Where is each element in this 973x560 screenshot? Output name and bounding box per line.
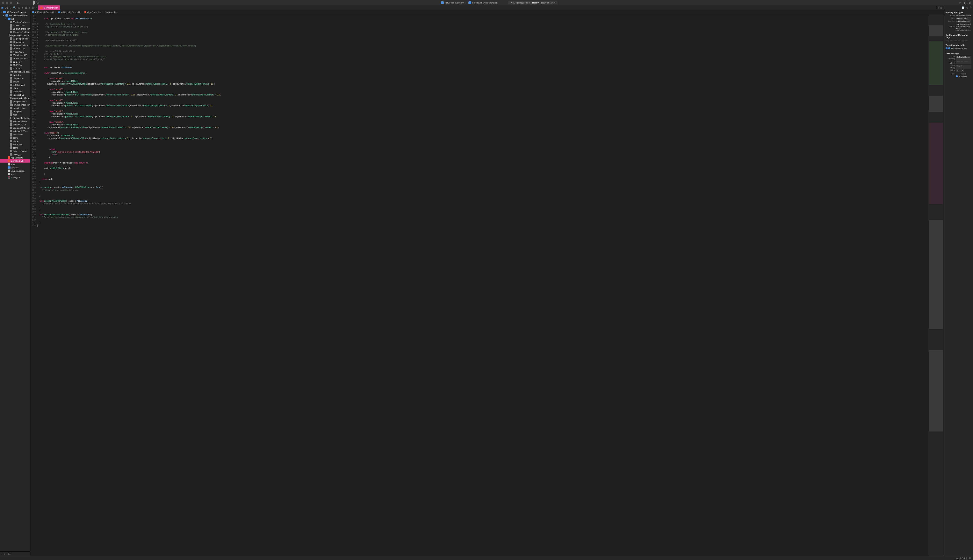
tree-item[interactable]: 12-27-14 bbox=[0, 63, 30, 67]
tree-item[interactable]: 12-27-14 bbox=[0, 60, 30, 63]
tree-item[interactable]: pompitest bbox=[0, 110, 30, 113]
tree-item[interactable]: start5 bbox=[0, 146, 30, 149]
tree-item[interactable]: pompier-final3-con bbox=[0, 97, 30, 100]
stop-button[interactable]: □ bbox=[36, 1, 39, 4]
swift-icon bbox=[8, 160, 10, 162]
tree-item-label: pompitest bbox=[13, 110, 22, 113]
tree-item[interactable]: ▾ARCodableScenekit bbox=[0, 10, 30, 14]
statusbar-icon[interactable]: ▤ bbox=[969, 557, 971, 559]
tree-item[interactable]: 4-quai4con bbox=[0, 50, 30, 53]
tree-item[interactable]: 05-saintpaul80 bbox=[0, 53, 30, 57]
tree-item[interactable]: chapel-con bbox=[0, 77, 30, 80]
tree-item[interactable]: ▾ARCodableScenekit bbox=[0, 14, 30, 17]
tree-item[interactable]: Main bbox=[0, 163, 30, 166]
indent-width-stepper[interactable]: 4 bbox=[960, 69, 964, 72]
tree-item[interactable]: pompier-final3 bbox=[0, 100, 30, 103]
library-button[interactable]: ◨ bbox=[963, 1, 966, 4]
add-file-icon[interactable]: + bbox=[1, 553, 2, 555]
code-editor[interactable]: 9798991001011021031041051061071081091101… bbox=[30, 14, 944, 556]
help-inspector-icon[interactable]: ? bbox=[970, 7, 971, 9]
tree-item[interactable]: saintpaul100x-con bbox=[0, 126, 30, 130]
tree-item[interactable]: 03-pompier-final-con bbox=[0, 33, 30, 37]
statusbar: Line: 1 Col: 1 ▤ bbox=[0, 556, 973, 560]
tree-item[interactable]: 04-quai-final-con bbox=[0, 43, 30, 47]
filter-input[interactable] bbox=[7, 553, 33, 555]
tree-item[interactable]: Info bbox=[0, 172, 30, 176]
tree-item[interactable]: tower_xy copy bbox=[0, 149, 30, 153]
tree-item[interactable]: start-final2 bbox=[0, 133, 30, 136]
tree-item[interactable]: start4 bbox=[0, 139, 30, 143]
source-control-icon[interactable]: ⎇ bbox=[5, 6, 8, 9]
tree-item[interactable]: infokiosk-v2 bbox=[0, 93, 30, 97]
add-button[interactable]: + bbox=[959, 1, 961, 5]
zoom-window[interactable] bbox=[10, 2, 12, 4]
scheme-selector[interactable]: ARCodableScenekit 〉 iPod touch (7th gene… bbox=[41, 1, 957, 5]
tree-item[interactable]: 12-53-51 bbox=[0, 67, 30, 70]
minimap[interactable] bbox=[928, 14, 944, 556]
project-tree[interactable]: ▾ARCodableScenekit▾ARCodableScenekit▾art… bbox=[0, 10, 30, 552]
tree-item[interactable]: clovis-final bbox=[0, 90, 30, 93]
target-checkbox[interactable] bbox=[946, 47, 948, 49]
tab-width-stepper[interactable]: 4 bbox=[956, 69, 960, 72]
tree-item[interactable]: speakjson bbox=[0, 176, 30, 179]
test-navigator-icon[interactable]: ◈ bbox=[22, 6, 23, 9]
tree-item[interactable]: 02-clovis-final-con bbox=[0, 30, 30, 33]
tree-item[interactable]: ci-09 bbox=[0, 87, 30, 90]
tree-item[interactable]: 01-start-final2-con bbox=[0, 27, 30, 30]
tree-item[interactable]: 03-pompier-final bbox=[0, 37, 30, 40]
code-content[interactable]: if let objectAnchor = anchor as? ARObjec… bbox=[37, 14, 928, 556]
close-window[interactable] bbox=[2, 2, 4, 4]
tree-item[interactable]: saintpaul-lasto bbox=[0, 120, 30, 123]
file-name-field[interactable]: ViewController.swift bbox=[956, 15, 971, 17]
tree-item[interactable]: 04-quai-final bbox=[0, 47, 30, 50]
project-navigator-icon[interactable]: ▣ bbox=[1, 6, 3, 9]
add-editor-icon[interactable]: ▥ bbox=[940, 7, 942, 9]
wrap-lines-checkbox[interactable] bbox=[956, 75, 958, 77]
tree-item[interactable]: 03-pompier bbox=[0, 40, 30, 43]
adjust-editor-icon[interactable]: ⊞ bbox=[938, 7, 940, 9]
indent-select[interactable]: Spaces bbox=[956, 65, 971, 68]
debug-navigator-icon[interactable]: ▦ bbox=[25, 6, 27, 9]
run-button[interactable] bbox=[33, 2, 35, 4]
nav-forward-icon[interactable]: › bbox=[36, 7, 37, 9]
tree-item[interactable]: ViewController bbox=[0, 159, 30, 163]
tree-item[interactable]: 01-start-final bbox=[0, 24, 30, 27]
tree-item[interactable]: ci-08convert bbox=[0, 83, 30, 87]
tree-item-label: 05-saintpaul80 bbox=[13, 54, 27, 57]
find-navigator-icon[interactable]: 🔍 bbox=[13, 6, 16, 9]
tree-item[interactable]: saintpaul-lasto-con bbox=[0, 116, 30, 120]
encoding-select[interactable]: No Explicit Encoding bbox=[956, 56, 971, 60]
location-select[interactable]: Relative to Group bbox=[956, 20, 971, 23]
tree-item[interactable]: AppDelegate bbox=[0, 156, 30, 159]
jump-bar[interactable]: ARCodableScenekit〉 ARCodableScenekit〉 Vi… bbox=[30, 10, 944, 14]
tree-item[interactable]: start5-con bbox=[0, 143, 30, 146]
tree-item[interactable]: road bbox=[0, 113, 30, 116]
file-inspector-icon[interactable]: 📄 bbox=[962, 7, 965, 9]
tree-item[interactable]: start3 bbox=[0, 136, 30, 139]
tree-item[interactable]: pompier-finalx-con bbox=[0, 103, 30, 107]
related-items-icon[interactable]: ▦ bbox=[32, 7, 33, 9]
tree-item[interactable]: 104_old wall…re-seamless bbox=[0, 70, 30, 73]
inspector-toggle-icon[interactable]: ◨ bbox=[968, 1, 971, 4]
editor-options-icon[interactable]: ≡ bbox=[936, 7, 937, 9]
tab-viewcontroller[interactable]: ViewController bbox=[38, 5, 60, 10]
tree-item[interactable]: 01-start-final-con bbox=[0, 20, 30, 24]
issue-navigator-icon[interactable]: ⚠ bbox=[18, 6, 20, 9]
tree-item[interactable]: saintpaul100xx bbox=[0, 130, 30, 133]
tree-item[interactable]: brick-tex bbox=[0, 73, 30, 77]
lineend-select[interactable]: No Explicit Line Endings bbox=[956, 60, 971, 64]
tree-item[interactable]: tower_xy bbox=[0, 153, 30, 156]
minimize-window[interactable] bbox=[6, 2, 8, 4]
file-type-select[interactable]: Default - Swift Source bbox=[956, 17, 971, 20]
tree-item[interactable]: ▾art bbox=[0, 17, 30, 20]
tree-item[interactable]: chapel bbox=[0, 80, 30, 83]
tree-item[interactable]: Assets bbox=[0, 166, 30, 169]
tree-item[interactable]: 05-saintpaul100 bbox=[0, 57, 30, 60]
nav-back-icon[interactable]: ‹ bbox=[34, 7, 35, 9]
symbol-navigator-icon[interactable]: ◇ bbox=[10, 6, 12, 9]
tree-item[interactable]: pompier-finalx bbox=[0, 107, 30, 110]
tree-item[interactable]: saintpaul100x bbox=[0, 123, 30, 126]
tree-item[interactable]: LaunchScreen bbox=[0, 169, 30, 172]
history-inspector-icon[interactable]: ◷ bbox=[966, 7, 968, 9]
sidebar-toggle-icon[interactable]: ◧ bbox=[16, 1, 19, 4]
